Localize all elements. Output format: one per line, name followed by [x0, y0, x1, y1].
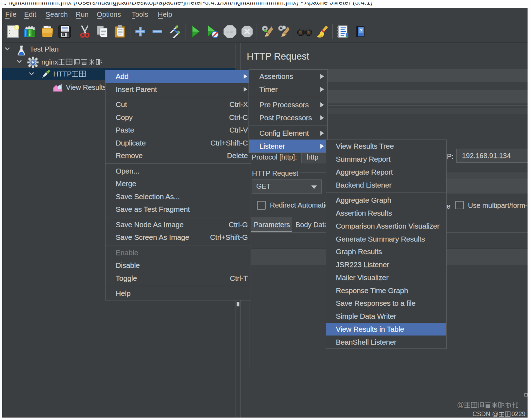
- svg-text:?: ?: [360, 28, 363, 33]
- svg-text:STOP: STOP: [225, 30, 235, 34]
